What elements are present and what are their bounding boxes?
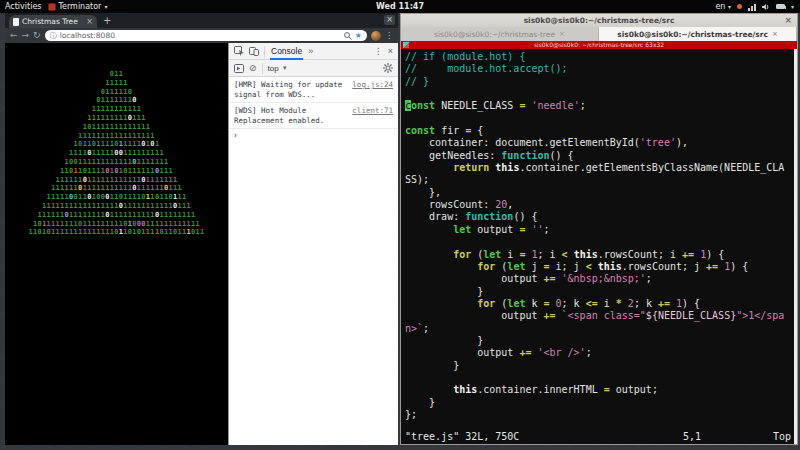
- console-message: [HMR] Waiting for update signal from WDS…: [229, 77, 398, 103]
- tree-row: 10011111111111101111111: [5, 158, 228, 167]
- focused-app-menu[interactable]: Terminator ▾: [48, 2, 108, 11]
- code-line: const fir = {: [405, 125, 797, 137]
- code-line: }: [405, 286, 797, 298]
- terminal-window-title: sis0k0@sis0k0:~/christmas-tree/src: [524, 16, 675, 25]
- code-line: output += `<span class="${NEEDLE_CLASS}"…: [405, 310, 797, 322]
- code-line: for (let i = 1; i < this.rowsCount; i +=…: [405, 249, 797, 261]
- gnome-top-bar: Activities Terminator ▾ Wed 11:47 en ▾ ▾: [0, 0, 800, 13]
- code-line: output += '<br />';: [405, 347, 797, 359]
- browser-window: Christmas Tree × + × ← → ↻ ⓘ localhost:8…: [5, 13, 398, 445]
- terminal-tab[interactable]: sis0k0@sis0k0:~/christmas-tree/src×: [599, 27, 797, 41]
- devtools-menu-icon[interactable]: ⋮: [374, 47, 383, 56]
- system-menu-chevron-icon[interactable]: ▾: [791, 3, 794, 10]
- tree-row: 1011111111011111111101000111111111111: [5, 220, 228, 229]
- terminal-tab-close-icon[interactable]: ×: [772, 30, 778, 38]
- code-line: container: document.getElementById('tree…: [405, 137, 797, 149]
- tree-row: 11111111111111111: [5, 132, 228, 141]
- terminal-tab-bar: sis0k0@sis0k0:~/christmas-tree×sis0k0@si…: [401, 27, 797, 41]
- settings-gear-icon[interactable]: [383, 63, 393, 73]
- new-tab-button[interactable]: +: [103, 15, 111, 26]
- back-button[interactable]: ←: [10, 31, 18, 40]
- terminal-scrollbar[interactable]: [794, 49, 797, 444]
- forward-button[interactable]: →: [22, 31, 30, 40]
- devtools-tab-console[interactable]: Console: [270, 43, 303, 59]
- tree-row: 111111111111111110111111111110111: [5, 202, 228, 211]
- url-text[interactable]: localhost:8080: [60, 31, 341, 40]
- code-line: getNeedles: function() {: [405, 150, 797, 162]
- terminal-tab-label: sis0k0@sis0k0:~/christmas-tree: [434, 30, 555, 39]
- code-line: rowsCount: 20,: [405, 199, 797, 211]
- terminal-titlebar[interactable]: sis0k0@sis0k0:~/christmas-tree/src ×: [401, 14, 797, 27]
- terminal-tab[interactable]: sis0k0@sis0k0:~/christmas-tree×: [401, 27, 599, 41]
- site-info-icon[interactable]: ⓘ: [50, 31, 57, 41]
- clear-console-icon[interactable]: ⊘: [249, 64, 257, 73]
- console-sidebar-icon[interactable]: [234, 64, 244, 73]
- clock[interactable]: Wed 11:47: [0, 2, 800, 11]
- divider: [262, 63, 263, 74]
- code-line: [405, 372, 797, 384]
- frame-context-select[interactable]: top ▼: [268, 64, 288, 73]
- code-line: // }: [405, 76, 797, 88]
- vim-status-line: "tree.js" 32L, 750C 5,1 Top: [405, 431, 791, 443]
- terminator-grabber-icon[interactable]: [403, 42, 409, 48]
- terminal-window-close-icon[interactable]: ×: [784, 15, 792, 25]
- search-icon[interactable]: [344, 32, 352, 40]
- terminator-window: sis0k0@sis0k0:~/christmas-tree/src × sis…: [400, 13, 798, 445]
- bookmark-star-icon[interactable]: ★: [355, 31, 362, 40]
- tree-row: 1111111110111: [5, 114, 228, 123]
- more-tabs-icon[interactable]: »: [308, 46, 313, 56]
- tree-row: 11111101111111111101111110111: [5, 184, 228, 193]
- tab-title: Christmas Tree: [22, 17, 83, 26]
- vim-file-info: "tree.js" 32L, 750C: [405, 431, 519, 443]
- activities-button[interactable]: Activities: [5, 2, 42, 11]
- code-line: }: [405, 397, 797, 409]
- terminal-tab-close-icon[interactable]: ×: [559, 30, 565, 38]
- code-line: for (let j = i; j < this.rowsCount; j +=…: [405, 261, 797, 273]
- profile-avatar[interactable]: [371, 31, 381, 41]
- tree-row: 11111111111: [5, 105, 228, 114]
- focused-app-label: Terminator: [59, 2, 102, 11]
- tree-row: 11111: [5, 79, 228, 88]
- tree-row: 0111110: [5, 88, 228, 97]
- browser-menu-icon[interactable]: ⋮: [385, 31, 393, 40]
- code-line: }: [405, 335, 797, 347]
- code-line: };: [405, 409, 797, 421]
- keyboard-layout-indicator[interactable]: en ▾: [715, 2, 731, 11]
- console-message-text: [HMR] Waiting for update signal from WDS…: [234, 80, 348, 99]
- tree-row: 110101111111111111101101011110110111011: [5, 228, 228, 237]
- tree-row: 1111100110100011011110110110111: [5, 193, 228, 202]
- network-icon: [748, 3, 756, 11]
- page-favicon-icon: [13, 18, 19, 26]
- inspect-element-icon[interactable]: [234, 46, 244, 56]
- tree-row: 111111011111111111101111111: [5, 176, 228, 185]
- code-line: }: [405, 360, 797, 372]
- device-toolbar-icon[interactable]: [249, 46, 259, 56]
- tree-row: 011: [5, 70, 228, 79]
- vim-editor[interactable]: // if (module.hot) {// module.hot.accept…: [401, 49, 797, 444]
- battery-icon: [776, 4, 785, 9]
- terminal-tab-label: sis0k0@sis0k0:~/christmas-tree/src: [617, 30, 768, 39]
- code-line: n>`;: [405, 323, 797, 335]
- divider: [264, 46, 265, 57]
- source-location-link[interactable]: client:71: [352, 106, 393, 125]
- vim-scroll-indicator: Top: [773, 431, 791, 443]
- address-bar[interactable]: ⓘ localhost:8080 ★: [45, 30, 367, 41]
- browser-tab-strip: Christmas Tree × + ×: [5, 13, 398, 28]
- reload-button[interactable]: ↻: [33, 31, 41, 40]
- code-line: output += '&nbsp;&nbsp;';: [405, 273, 797, 285]
- browser-tab-christmas-tree[interactable]: Christmas Tree ×: [9, 15, 97, 28]
- terminator-focus-bar[interactable]: sis0k0@sis0k0: ~/christmas-tree/src 63x3…: [401, 41, 797, 49]
- chevron-down-icon: ▾: [728, 3, 731, 10]
- tree-row: 1011011110111110101: [5, 140, 228, 149]
- devtools-close-icon[interactable]: ×: [388, 47, 393, 56]
- tree-row: 111101111100111111111: [5, 149, 228, 158]
- console-prompt[interactable]: ›: [229, 129, 398, 142]
- chevron-down-icon: ▼: [282, 65, 288, 71]
- tab-close-icon[interactable]: ×: [86, 18, 93, 26]
- browser-toolbar: ← → ↻ ⓘ localhost:8080 ★ ⋮: [5, 28, 398, 43]
- console-messages: [HMR] Waiting for update signal from WDS…: [229, 77, 398, 129]
- browser-window-close-button[interactable]: ×: [384, 15, 395, 25]
- source-location-link[interactable]: log.js:24: [352, 80, 393, 99]
- code-line: const NEEDLE_CLASS = 'needle';: [405, 100, 797, 112]
- code-line: // if (module.hot) {: [405, 51, 797, 63]
